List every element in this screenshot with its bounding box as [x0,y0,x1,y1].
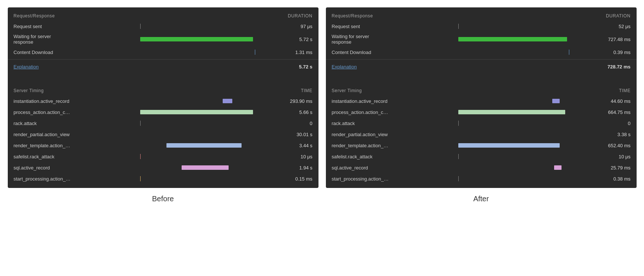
timing-row: render_partial.action_view30.01 s [8,129,318,140]
labels-row: BeforeAfter [7,195,637,203]
bar-area [406,142,594,148]
timing-row-label: safelist.rack_attack [332,154,406,159]
timing-row-label: rack.attack [14,121,88,126]
timing-row-label: Content Download [14,50,88,55]
bar-area [88,23,276,29]
timing-row-value: 52 μs [594,24,631,29]
timing-row-value: 293.90 ms [276,98,313,104]
timing-row: render_template.action_…3.44 s [8,140,318,151]
timing-row-value: 0 [594,121,631,126]
timing-row: instantiation.active_record44.60 ms [326,95,637,107]
bar-area [406,165,594,171]
timing-row-value: 1.94 s [276,165,313,171]
bar-area [88,109,276,115]
panel-before: Request/ResponseDURATIONRequest sent97 μ… [8,7,318,188]
section-header: Request/ResponseDURATION [326,11,637,21]
timing-row-label: start_processing.action_… [332,176,406,182]
bar-area [406,98,594,104]
timing-row: Waiting for server response727.48 ms [326,32,637,47]
timing-row: Content Download0.39 ms [326,47,637,58]
timing-row-value: 1.31 ms [276,50,313,55]
timing-row-label: instantiation.active_record [332,98,406,104]
timing-row-value: 97 μs [276,24,313,29]
panel-label-before: Before [8,195,318,203]
timing-row-label: Content Download [332,50,406,55]
timing-row: Waiting for server response5.72 s [8,32,318,47]
section-header-right: DURATION [606,13,631,18]
bar-area [88,154,276,159]
timing-row-label: sql.active_record [14,165,88,171]
timing-row-value: 3.44 s [276,143,313,148]
request-response-section: Request/ResponseDURATIONRequest sent52 μ… [326,7,637,76]
timing-row-label: sql.active_record [332,165,406,171]
divider [326,59,637,60]
timing-row-value: 3.38 s [594,132,631,137]
timing-row-value: 5.66 s [276,110,313,115]
request-response-section: Request/ResponseDURATIONRequest sent97 μ… [8,7,318,76]
timing-row-label: Waiting for server response [332,34,406,45]
timing-row-label: safelist.rack_attack [14,154,88,159]
explanation-link[interactable]: Explanation [332,64,357,70]
section-header-left: Request/Response [332,13,373,18]
timing-row: sql.active_record1.94 s [8,162,318,173]
timing-row: start_processing.action_…0.15 ms [8,173,318,184]
bar-area [88,98,276,104]
section-header: Server TimingTIME [326,86,637,95]
timing-row: rack.attack0 [326,118,637,129]
panel-label-after: After [326,195,637,203]
timing-row: sql.active_record25.79 ms [326,162,637,173]
timing-row-value: 0.15 ms [276,176,313,182]
section-header-left: Server Timing [14,88,44,93]
timing-row: safelist.rack_attack10 μs [326,151,637,162]
timing-row-value: 5.72 s [276,37,313,42]
timing-row: render_template.action_…652.40 ms [326,140,637,151]
bar-area [88,131,276,137]
bar-area [406,109,594,115]
section-header-right: DURATION [288,13,313,18]
timing-row-label: render_template.action_… [332,143,406,148]
timing-row-label: render_template.action_… [14,143,88,148]
section-header-left: Request/Response [14,13,55,18]
section-header-right: TIME [301,88,312,93]
timing-row: rack.attack0 [8,118,318,129]
explanation-link[interactable]: Explanation [14,64,39,70]
section-header-right: TIME [619,88,630,93]
timing-row: start_processing.action_…0.38 ms [326,173,637,184]
timing-row-value: 727.48 ms [594,37,631,42]
bar-area [88,36,276,42]
timing-row: process_action.action_c…5.66 s [8,107,318,118]
timing-row-label: Waiting for server response [14,34,88,45]
server-timing-section: Server TimingTIMEinstantiation.active_re… [8,82,318,188]
timing-row-value: 30.01 s [276,132,313,137]
timing-row-label: rack.attack [332,121,406,126]
section-header: Server TimingTIME [8,86,318,95]
timing-row: safelist.rack_attack10 μs [8,151,318,162]
timing-row-value: 44.60 ms [594,98,631,104]
bar-area [406,36,594,42]
bar-area [88,165,276,171]
timing-row-value: 652.40 ms [594,143,631,148]
timing-row: Content Download1.31 ms [8,47,318,58]
divider [8,59,318,60]
timing-row-value: 25.79 ms [594,165,631,171]
section-header-left: Server Timing [332,88,362,93]
section-header: Request/ResponseDURATION [8,11,318,21]
panels-container: Request/ResponseDURATIONRequest sent97 μ… [7,7,637,188]
timing-row-value: 0.39 ms [594,50,631,55]
bar-area [406,23,594,29]
timing-row-label: start_processing.action_… [14,176,88,182]
bar-area [88,176,276,182]
bar-area [406,120,594,126]
timing-row-value: 10 μs [276,154,313,159]
total-value: 728.72 ms [607,64,630,70]
timing-row-label: Request sent [14,24,88,29]
timing-row-value: 664.75 ms [594,110,631,115]
timing-row: Request sent52 μs [326,21,637,32]
bar-area [406,176,594,182]
explanation-row: Explanation728.72 ms [326,61,637,73]
timing-row-label: instantiation.active_record [14,98,88,104]
timing-row: render_partial.action_view3.38 s [326,129,637,140]
timing-row-label: process_action.action_c… [332,110,406,115]
timing-row-value: 0 [276,121,313,126]
bar-area [406,49,594,55]
